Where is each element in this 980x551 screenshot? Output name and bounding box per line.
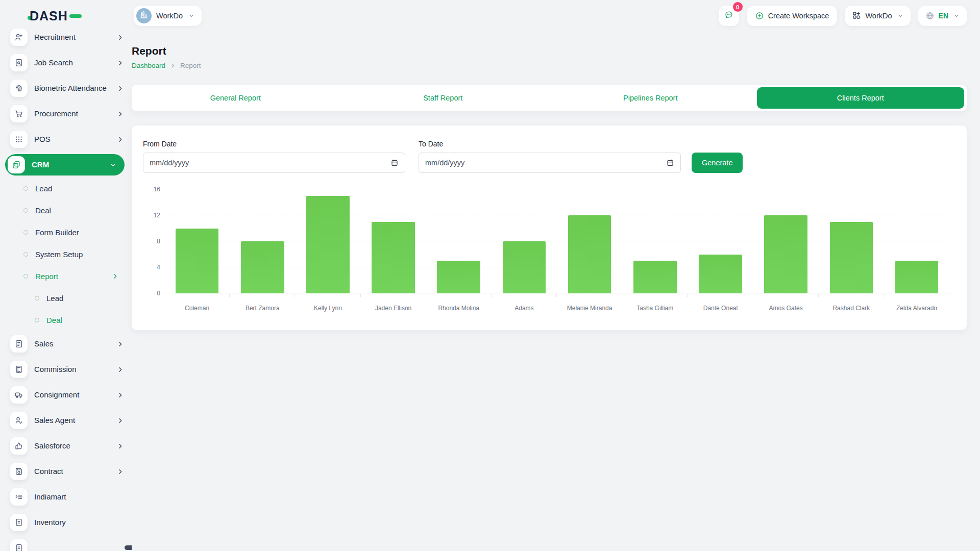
bar-slot-rashad-clark <box>819 189 884 293</box>
messages-button[interactable]: 0 <box>719 6 739 26</box>
sidebar-subitem-label: Form Builder <box>35 228 118 237</box>
breadcrumb-dashboard-link[interactable]: Dashboard <box>132 62 165 69</box>
bullet-icon <box>23 186 28 191</box>
sidebar-subitem-label: Lead <box>46 294 118 303</box>
sidebar-subitem-system-setup[interactable]: System Setup <box>0 243 132 265</box>
x-axis-label-jaden-ellison: Jaden Ellison <box>361 305 426 312</box>
app-switcher-dropdown[interactable]: WorkDo <box>845 6 910 26</box>
bar-slot-rhonda-molina <box>426 189 492 293</box>
generate-button[interactable]: Generate <box>692 153 743 173</box>
sidebar-item-commission[interactable]: Commission <box>0 357 132 382</box>
chevron-right-icon <box>117 366 124 373</box>
content: Report Dashboard Report General ReportSt… <box>132 45 980 330</box>
sidebar-item-salesforce[interactable]: Salesforce <box>0 433 132 459</box>
sidebar-item-procurement[interactable]: Procurement <box>0 101 132 127</box>
from-date-field: From Date mm/dd/yyyy <box>143 140 405 173</box>
sidebar-item-sales-agent[interactable]: Sales Agent <box>0 408 132 433</box>
sidebar-item-label: Sales Agent <box>34 416 117 425</box>
sidebar-item-label: Recruitment <box>34 33 117 42</box>
sidebar-subitem-report[interactable]: Report <box>0 265 132 287</box>
tab-staff-report[interactable]: Staff Report <box>339 85 547 111</box>
chat-icon <box>724 10 733 21</box>
bar-coleman[interactable] <box>176 229 219 294</box>
tab-clients-report[interactable]: Clients Report <box>757 87 965 109</box>
sidebar-subitem-deal[interactable]: Deal <box>0 199 132 221</box>
sidebar-item-consignment[interactable]: Consignment <box>0 382 132 408</box>
sidebar-item-recruitment[interactable]: Recruitment <box>0 24 132 50</box>
sidebar-item-label: Sales <box>34 339 117 349</box>
bar-kelly-lynn[interactable] <box>306 196 350 293</box>
sidebar-item-contract[interactable]: Contract <box>0 459 132 484</box>
sidebar-item-label: Commission <box>34 365 117 374</box>
document-search-icon <box>10 54 28 71</box>
bar-bert-zamora[interactable] <box>241 241 284 293</box>
chevron-right-icon <box>117 136 124 143</box>
create-workspace-button[interactable]: Create Workspace <box>747 6 838 26</box>
bar-slot-bert-zamora <box>230 189 295 293</box>
from-date-placeholder: mm/dd/yyyy <box>150 159 189 167</box>
y-axis-tick-label: 4 <box>143 264 160 271</box>
chevron-right-icon <box>117 443 124 449</box>
page-title: Report <box>132 45 967 57</box>
sidebar-item-sales[interactable]: Sales <box>0 331 132 357</box>
workspace-selector[interactable]: WorkDo <box>134 6 202 26</box>
bar-melanie-miranda[interactable] <box>568 215 611 293</box>
bar-dante-oneal[interactable] <box>699 255 742 294</box>
chevron-down-icon <box>953 13 960 19</box>
bar-rashad-clark[interactable] <box>830 222 873 293</box>
breadcrumb: Dashboard Report <box>132 62 967 69</box>
bar-slot-jaden-ellison <box>361 189 426 293</box>
bar-slot-tasha-gilliam <box>622 189 688 293</box>
sidebar-item-biometric-attendance[interactable]: Biometric Attendance <box>0 76 132 101</box>
breadcrumb-current: Report <box>180 62 201 69</box>
sidebar-item-label: Procurement <box>34 109 117 119</box>
chart-bars <box>164 189 949 293</box>
chevron-down-icon <box>110 162 116 168</box>
x-axis-label-tasha-gilliam: Tasha Gilliam <box>622 305 688 312</box>
sidebar-item-label: Biometric Attendance <box>34 84 117 93</box>
sidebar-subitem-form-builder[interactable]: Form Builder <box>0 221 132 243</box>
crm-icon <box>8 156 25 173</box>
tab-general-report[interactable]: General Report <box>132 85 339 111</box>
sidebar-item-inventory[interactable]: Inventory <box>0 510 132 535</box>
sidebar-subitem-lead[interactable]: Lead <box>0 287 132 309</box>
bar-tasha-gilliam[interactable] <box>633 261 677 293</box>
sidebar-scrollbar-thumb[interactable] <box>125 545 132 550</box>
language-dropdown[interactable]: EN <box>918 6 967 26</box>
bar-rhonda-molina[interactable] <box>437 261 480 293</box>
sidebar-item-label: Indiamart <box>34 492 124 502</box>
messages-badge: 0 <box>733 2 743 12</box>
from-date-input[interactable]: mm/dd/yyyy <box>143 153 405 173</box>
sidebar-subitem-lead[interactable]: Lead <box>0 178 132 199</box>
sidebar-item-indiamart[interactable]: Indiamart <box>0 484 132 510</box>
tab-pipelines-report[interactable]: Pipelines Report <box>547 85 754 111</box>
bar-adams[interactable] <box>503 241 546 293</box>
globe-icon <box>925 11 935 20</box>
chevron-right-icon <box>170 63 176 68</box>
sidebar-item-pos[interactable]: POS <box>0 127 132 152</box>
dash-logo[interactable]: DASH <box>0 0 132 24</box>
chart-plot-area: 0481216 <box>164 189 949 293</box>
truck-icon <box>10 386 28 404</box>
bar-amos-gates[interactable] <box>764 215 807 293</box>
x-axis-label-adams: Adams <box>492 305 557 312</box>
bullet-icon <box>23 252 28 257</box>
bar-zelda-alvarado[interactable] <box>895 261 939 293</box>
sidebar-item-partial[interactable] <box>0 535 132 551</box>
calendar-icon[interactable] <box>390 159 399 167</box>
calendar-icon[interactable] <box>666 159 674 167</box>
sidebar-item-job-search[interactable]: Job Search <box>0 50 132 76</box>
sidebar-subitem-label: Report <box>35 272 112 281</box>
bar-slot-dante-oneal <box>688 189 753 293</box>
sidebar-item-crm[interactable]: CRM <box>5 154 125 176</box>
sidebar-subitem-deal[interactable]: Deal <box>0 309 132 331</box>
main-area: WorkDo 0 Create Workspace WorkDo EN <box>132 0 980 551</box>
sidebar-subitem-label: Lead <box>35 184 118 193</box>
bullet-icon <box>35 318 39 322</box>
bar-jaden-ellison[interactable] <box>372 222 415 293</box>
y-axis-tick-label: 0 <box>143 290 160 297</box>
chevron-right-icon <box>112 273 118 280</box>
bar-slot-adams <box>492 189 557 293</box>
sidebar-item-label: Consignment <box>34 390 117 400</box>
to-date-input[interactable]: mm/dd/yyyy <box>419 153 681 173</box>
